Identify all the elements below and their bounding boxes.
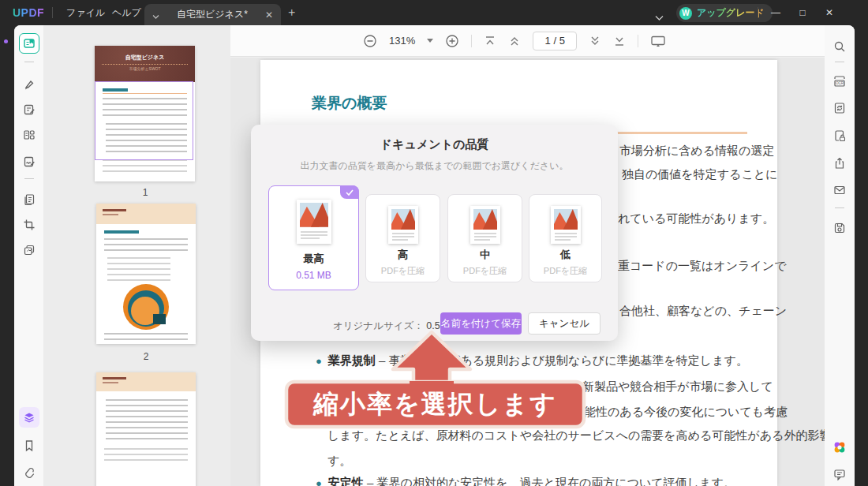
thumbnail-page-3[interactable] [96, 372, 196, 486]
thumb3-paragraph [104, 448, 188, 464]
notification-dot [4, 39, 8, 43]
sidebar-organize-icon[interactable] [19, 125, 39, 145]
search-icon[interactable] [829, 36, 850, 57]
dialog-subtitle: 出力文書の品質を最高から最低までの範囲でお選びください。 [251, 159, 618, 173]
upgrade-label: アップグレード [697, 6, 765, 20]
body-text: 能性のある今後の変化についても考慮 [584, 405, 788, 420]
scroll-to-top-button[interactable] [484, 36, 496, 47]
body-text: 独自の価値を特定することに [622, 167, 777, 182]
sidebar-divider [24, 62, 34, 62]
right-sidebar: OCR [825, 25, 855, 486]
bullet-item: ●安定性 – 業界の相対的な安定性を、過去と現在の両方について評価します。 [316, 476, 735, 486]
page-indicator[interactable]: 1 / 5 [533, 32, 577, 50]
thumb2-heading [104, 230, 139, 234]
mail-icon[interactable] [829, 180, 850, 200]
tab-title: 自宅型ビジネス* [159, 8, 265, 21]
quality-size: PDFを圧縮 [529, 265, 601, 277]
next-page-button[interactable] [589, 36, 601, 47]
zoom-out-button[interactable] [363, 34, 377, 48]
sidebar-divider [835, 207, 844, 208]
document-tab[interactable]: 自宅型ビジネス* ✕ [144, 4, 281, 25]
sidebar-crop-icon[interactable] [19, 215, 39, 235]
ai-assistant-icon[interactable] [829, 437, 850, 458]
sidebar-divider [24, 178, 34, 179]
body-text: 新製品や競合相手が市場に参入して [582, 379, 773, 394]
check-icon [340, 185, 359, 199]
sidebar-annotate-icon[interactable] [19, 74, 39, 95]
toolbar-divider [471, 35, 472, 47]
thumb1-subtitle: 市場分析とSWOT [95, 65, 195, 71]
left-sidebar [14, 25, 43, 486]
save-icon[interactable] [829, 218, 850, 238]
quality-option-high[interactable]: 高 PDFを圧縮 [365, 194, 440, 282]
quality-thumbnail [297, 200, 331, 244]
tab-caret-icon[interactable] [152, 8, 159, 22]
thumbnail-panel: 自宅型ビジネス 市場分析とSWOT 1 [43, 25, 230, 486]
quality-thumbnail [470, 206, 500, 244]
toolbar-divider [638, 35, 638, 47]
thumb3-paragraph [106, 399, 188, 442]
thumb3-header [96, 372, 196, 391]
quality-thumbnail [551, 206, 581, 244]
avatar[interactable]: W [679, 7, 692, 20]
ocr-icon[interactable]: OCR [829, 71, 850, 92]
body-text: す。 [327, 454, 351, 469]
scroll-to-bottom-button[interactable] [613, 36, 626, 47]
svg-text:OCR: OCR [836, 81, 844, 85]
body-text: 合他社、顧客などの、チェーン [619, 304, 787, 319]
updf-logo: UPDF [13, 6, 44, 19]
quality-option-low[interactable]: 低 PDFを圧縮 [529, 194, 602, 282]
thumb2-header [96, 204, 196, 224]
dialog-title: ドキュメントの品質 [251, 137, 618, 152]
quality-thumbnail [388, 206, 418, 244]
thumb2-chart-box [153, 314, 166, 324]
sidebar-bookmark-icon[interactable] [19, 436, 39, 456]
sidebar-pages-icon[interactable] [19, 189, 39, 210]
tab-close-icon[interactable]: ✕ [265, 10, 273, 20]
zoom-level[interactable]: 131% [389, 35, 415, 47]
bullet-dot: ● [316, 477, 322, 486]
close-button[interactable]: ✕ [817, 0, 841, 25]
thumbnail-page-1[interactable]: 自宅型ビジネス 市場分析とSWOT [95, 46, 195, 181]
thumb1-paragraph [103, 159, 187, 174]
menu-help[interactable]: ヘルプ [104, 0, 149, 25]
previous-page-button[interactable] [508, 36, 521, 47]
presentation-mode-button[interactable] [650, 35, 666, 47]
sidebar-attachment-icon[interactable] [19, 462, 39, 483]
feedback-icon[interactable] [829, 464, 850, 484]
protect-document-icon[interactable] [829, 125, 850, 146]
thumb1-selection-border [95, 81, 193, 160]
page1-number: 1 [137, 187, 153, 198]
titlebar-divider [758, 7, 758, 18]
quality-label: 高 [366, 248, 440, 262]
sidebar-convert-icon[interactable] [19, 240, 39, 260]
new-tab-button[interactable]: ＋ [286, 6, 297, 17]
thumbnail-page-2[interactable] [96, 204, 196, 344]
quality-size: PDFを圧縮 [448, 265, 522, 277]
page2-number: 2 [138, 351, 154, 362]
quality-size: PDFを圧縮 [366, 265, 440, 277]
maximize-button[interactable]: □ [791, 0, 814, 25]
thumb2-list [107, 257, 170, 281]
quality-option-medium[interactable]: 中 PDFを圧縮 [447, 194, 522, 282]
thumb1-title: 自宅型ビジネス [95, 46, 195, 62]
titlebar: UPDF ファイル ヘルプ 自宅型ビジネス* ✕ ＋ W アップグレード — □… [0, 0, 868, 25]
zoom-in-button[interactable] [445, 34, 459, 48]
window-caret-icon[interactable] [655, 9, 664, 24]
sidebar-edit-icon[interactable] [19, 99, 39, 120]
app-window: UPDF ファイル ヘルプ 自宅型ビジネス* ✕ ＋ W アップグレード — □… [0, 0, 868, 486]
quality-option-highest[interactable]: 最高 0.51 MB [268, 185, 359, 290]
document-toolbar: 131% 1 / 5 [230, 25, 825, 57]
sidebar-reader-icon[interactable] [19, 33, 39, 54]
minimize-button[interactable]: — [764, 0, 788, 25]
quality-label: 中 [448, 248, 522, 262]
sidebar-sign-icon[interactable] [19, 151, 39, 172]
zoom-caret-icon[interactable] [427, 39, 433, 43]
quality-label: 低 [529, 248, 601, 262]
callout-label: 縮小率を選択します [286, 382, 584, 427]
body-text: 重コードの一覧はオンラインで [618, 259, 787, 274]
share-icon[interactable] [829, 153, 850, 174]
quality-dialog: ドキュメントの品質 出力文書の品質を最高から最低までの範囲でお選びください。 最… [251, 125, 618, 341]
sidebar-ai-layers-icon[interactable] [19, 407, 39, 428]
convert-icon[interactable] [829, 98, 850, 118]
